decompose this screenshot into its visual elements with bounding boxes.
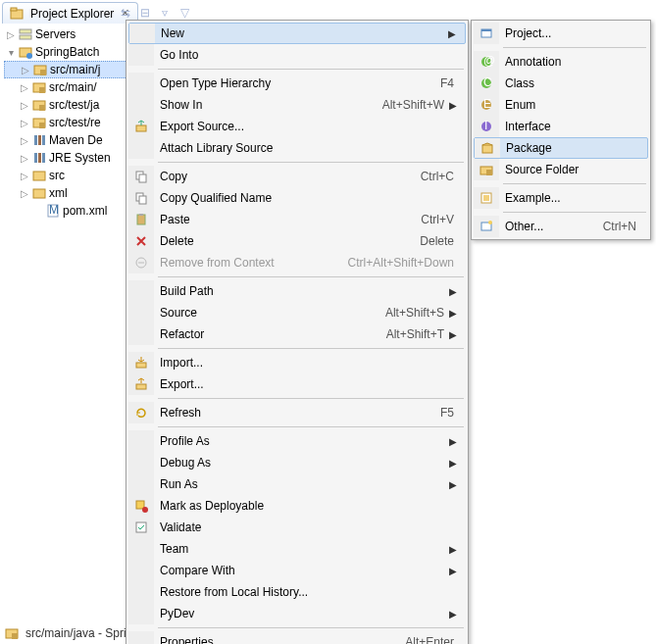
menu-icon[interactable]: ▽ xyxy=(177,5,192,21)
menu-separator xyxy=(503,47,646,48)
import-icon xyxy=(134,356,148,370)
menu-item-refactor[interactable]: RefactorAlt+Shift+T▶ xyxy=(128,323,466,345)
collapse-icon[interactable]: ▾ xyxy=(4,47,18,58)
submenu-arrow-icon: ▶ xyxy=(448,458,458,469)
menu-item-validate[interactable]: Validate xyxy=(128,517,466,538)
menu-item-debug-as[interactable]: Debug As▶ xyxy=(128,452,466,473)
export-icon xyxy=(134,120,148,133)
expand-icon[interactable]: ▷ xyxy=(18,118,31,128)
submenu-arrow-icon: ▶ xyxy=(448,479,458,490)
svg-rect-18 xyxy=(38,153,41,163)
view-tab-title: Project Explorer xyxy=(30,7,114,21)
menu-item-delete[interactable]: DeleteDelete xyxy=(128,230,466,252)
svg-rect-29 xyxy=(137,215,145,224)
menu-item-refresh[interactable]: RefreshF5 xyxy=(128,402,466,423)
menu-item-new-class[interactable]: CClass xyxy=(474,73,648,94)
menu-item-new[interactable]: New▶ xyxy=(128,23,466,44)
link-editor-icon[interactable]: ⇆ xyxy=(118,5,133,21)
expand-icon[interactable]: ▷ xyxy=(19,65,32,75)
menu-separator xyxy=(158,162,464,163)
class-icon: C xyxy=(479,76,493,90)
svg-rect-19 xyxy=(42,153,45,163)
menu-item-run-as[interactable]: Run As▶ xyxy=(128,473,466,495)
deploy-icon xyxy=(134,499,148,513)
menu-item-remove-from-context: Remove from ContextCtrl+Alt+Shift+Down xyxy=(128,252,466,273)
menu-item-source[interactable]: SourceAlt+Shift+S▶ xyxy=(128,302,466,323)
svg-rect-28 xyxy=(139,196,146,204)
svg-rect-24 xyxy=(136,125,146,131)
menu-item-import[interactable]: Import... xyxy=(128,352,466,373)
tree-label: JRE Systen xyxy=(49,151,111,165)
expand-icon[interactable]: ▷ xyxy=(4,29,18,40)
menu-item-mark-as-deployable[interactable]: Mark as Deployable xyxy=(128,495,466,517)
package-folder-icon xyxy=(31,97,47,113)
package-folder-icon xyxy=(4,625,20,641)
folder-icon xyxy=(31,168,47,183)
expand-icon[interactable]: ▷ xyxy=(18,153,31,164)
svg-rect-49 xyxy=(486,170,492,175)
menu-item-new-source-folder[interactable]: Source Folder xyxy=(474,159,648,180)
remove-context-icon xyxy=(134,256,148,270)
wizard-icon xyxy=(479,220,493,233)
menu-item-export-source[interactable]: Export Source... xyxy=(128,116,466,137)
submenu-new: Project... @Annotation CClass EEnum IInt… xyxy=(471,20,651,240)
menu-item-new-project[interactable]: Project... xyxy=(474,23,648,44)
svg-rect-20 xyxy=(33,172,45,180)
filter-icon[interactable]: ▿ xyxy=(157,5,173,21)
collapse-all-icon[interactable]: ⊟ xyxy=(137,5,153,21)
menu-item-new-package[interactable]: Package xyxy=(474,137,648,159)
svg-rect-34 xyxy=(136,501,144,509)
svg-rect-17 xyxy=(34,153,37,163)
menu-item-attach-library-source[interactable]: Attach Library Source xyxy=(128,137,466,159)
menu-item-new-interface[interactable]: IInterface xyxy=(474,116,648,137)
library-icon xyxy=(31,132,47,148)
svg-rect-15 xyxy=(38,135,41,145)
menu-item-pydev[interactable]: PyDev▶ xyxy=(128,603,466,624)
paste-icon xyxy=(134,213,148,226)
submenu-arrow-icon: ▶ xyxy=(448,436,458,447)
menu-item-profile-as[interactable]: Profile As▶ xyxy=(128,430,466,452)
project-icon xyxy=(479,26,493,40)
menu-item-build-path[interactable]: Build Path▶ xyxy=(128,280,466,302)
menu-item-go-into[interactable]: Go Into xyxy=(128,44,466,66)
menu-item-properties[interactable]: PropertiesAlt+Enter xyxy=(128,631,466,644)
expand-icon[interactable]: ▷ xyxy=(18,135,31,146)
menu-item-new-other[interactable]: Other...Ctrl+N xyxy=(474,216,648,237)
svg-rect-11 xyxy=(39,105,45,111)
folder-icon xyxy=(31,185,47,201)
svg-rect-36 xyxy=(136,522,146,532)
submenu-arrow-icon: ▶ xyxy=(448,609,458,619)
submenu-arrow-icon: ▶ xyxy=(448,308,458,319)
menu-item-export[interactable]: Export... xyxy=(128,373,466,395)
package-explorer-icon xyxy=(9,6,25,22)
menu-item-copy-qualified-name[interactable]: Copy Qualified Name xyxy=(128,187,466,209)
svg-text:@: @ xyxy=(483,54,495,68)
menu-item-new-enum[interactable]: EEnum xyxy=(474,94,648,116)
interface-icon: I xyxy=(479,120,493,133)
menu-separator xyxy=(503,183,646,184)
expand-icon[interactable]: ▷ xyxy=(18,82,31,93)
status-bar: src/main/java - Spri xyxy=(4,624,126,642)
package-folder-icon xyxy=(32,62,48,77)
expand-icon[interactable]: ▷ xyxy=(18,171,31,181)
server-icon xyxy=(18,26,33,42)
menu-item-open-type-hierarchy[interactable]: Open Type HierarchyF4 xyxy=(128,73,466,94)
menu-item-restore-local-history[interactable]: Restore from Local History... xyxy=(128,581,466,603)
menu-item-paste[interactable]: PasteCtrl+V xyxy=(128,209,466,230)
menu-item-new-annotation[interactable]: @Annotation xyxy=(474,51,648,73)
expand-icon[interactable]: ▷ xyxy=(18,100,31,111)
expand-icon[interactable]: ▷ xyxy=(18,188,31,199)
project-icon xyxy=(18,44,33,60)
svg-rect-38 xyxy=(481,29,491,31)
menu-item-team[interactable]: Team▶ xyxy=(128,538,466,560)
tree-label: src xyxy=(49,169,65,182)
menu-item-new-example[interactable]: Example... xyxy=(474,187,648,209)
menu-item-show-in[interactable]: Show InAlt+Shift+W▶ xyxy=(128,94,466,116)
svg-rect-26 xyxy=(139,174,146,182)
enum-icon: E xyxy=(479,98,493,112)
menu-separator xyxy=(158,348,464,349)
menu-separator xyxy=(158,627,464,628)
tree-label: xml xyxy=(49,186,68,200)
menu-item-compare-with[interactable]: Compare With▶ xyxy=(128,560,466,581)
menu-item-copy[interactable]: CopyCtrl+C xyxy=(128,166,466,187)
